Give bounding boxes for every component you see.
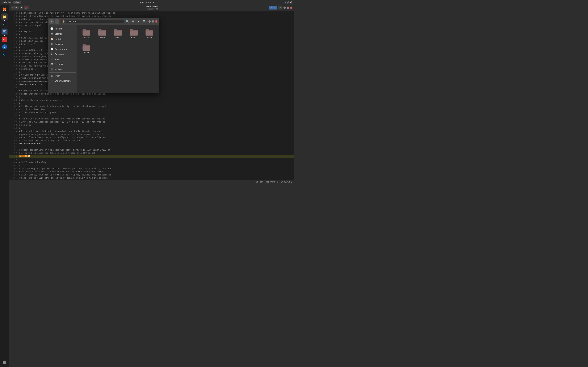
fm-view-dropdown[interactable]: ▾ — [136, 19, 141, 24]
line-number: 102 — [11, 167, 17, 170]
fm-breadcrumb: 🏠 › works ▾ — [61, 20, 124, 23]
fm-folder-icon-6384 — [82, 43, 91, 51]
dock-icon-terminal[interactable]: $_ — [1, 51, 8, 58]
fm-menu-button[interactable]: ☰ — [142, 19, 147, 24]
line-content: # Each address can be prefixed by "-", w… — [19, 11, 115, 15]
dock-icon-files[interactable]: 📁 — [1, 13, 8, 20]
line-number: 52 — [11, 11, 17, 15]
fm-close-button[interactable] — [155, 20, 157, 23]
code-line-84: 84# 2) No password is configured. — [9, 111, 294, 114]
code-line-90: 90# By default protected mode is enabled… — [9, 130, 294, 133]
code-line-104: 104# will silently truncate it to the va… — [9, 173, 294, 176]
fm-sidebar-separator — [49, 72, 76, 73]
fm-breadcrumb-works[interactable]: works — [68, 20, 74, 23]
code-line-106: 106# in order to get the desired effect. — [9, 180, 294, 180]
fm-sidebar-item-documents[interactable]: 📄Documents — [48, 47, 77, 51]
line-number: 76 — [11, 86, 17, 89]
fm-folder-6380[interactable]: 6380 — [96, 27, 109, 40]
tabwidth[interactable]: Tab Width: 8 — [266, 181, 278, 183]
fm-minimize-button[interactable] — [148, 20, 151, 23]
fm-sidebar-label-music: Music — [55, 58, 61, 60]
fm-view-button[interactable]: ⊞ — [131, 19, 135, 24]
line-number: 65 — [11, 52, 17, 55]
fm-forward-button[interactable]: › — [55, 19, 59, 24]
line-content: # IPv4 and IPv6 loopback addresses 127.0… — [19, 120, 105, 124]
activities-label[interactable]: Activities — [2, 1, 11, 4]
fm-sidebar-label-recent: Recent — [55, 27, 62, 30]
fm-sidebar-icon-downloads: ⬇ — [50, 53, 53, 56]
line-content: # — [19, 164, 20, 167]
fm-sidebar-item-other-locations[interactable]: +Other Locations — [48, 78, 77, 83]
dock-icon-terminal-black[interactable]: ▮ — [1, 21, 8, 27]
fm-sidebar-icon-home: 🏠 — [50, 37, 53, 40]
code-line-81: 81# — [9, 102, 294, 105]
fm-breadcrumb-sep: › — [66, 20, 67, 23]
fm-sidebar-item-downloads[interactable]: ⬇Downloads — [48, 52, 77, 57]
maximize-button[interactable] — [287, 7, 289, 9]
line-number: 83 — [11, 108, 17, 111]
line-content: # — [19, 33, 20, 36]
line-number: 89 — [11, 127, 17, 130]
fm-sidebar-item-music[interactable]: ♪Music — [48, 57, 77, 62]
file-manager: ‹ › 🏠 › works ▾ 🔍 ⊞ ▾ ☰ 🕐Recent★Starred🏠… — [48, 18, 159, 93]
line-content: # are explicitly listed using the "bind"… — [19, 139, 82, 142]
dock-icon-firefox[interactable]: 🦊 — [1, 6, 8, 12]
fm-folder-6383[interactable]: 6383 — [143, 27, 156, 40]
hamburger-button[interactable]: ☰ — [278, 6, 283, 9]
line-number: 103 — [11, 170, 17, 173]
topbar-right: ⊞ 🔊 ⏻ — [285, 1, 292, 4]
line-number: 56 — [11, 24, 17, 27]
dock-icon-help[interactable]: ? — [1, 44, 8, 50]
close-button[interactable] — [290, 7, 292, 9]
fm-folder-6381[interactable]: 6381 — [111, 27, 124, 40]
code-line-88: 88# sockets. — [9, 124, 294, 127]
fm-sidebar-icon-pictures: 🖼 — [50, 63, 53, 66]
fm-sidebar-item-videos[interactable]: 🎬Videos — [48, 67, 77, 72]
code-line-97: 97# If port 0 is specified Redis will no… — [9, 151, 294, 155]
fm-sidebar-item-desktop[interactable]: 🖥Desktop — [48, 42, 77, 46]
fm-breadcrumb-dropdown[interactable]: ▾ — [75, 20, 76, 23]
fm-folder-6379[interactable]: 6379 — [80, 27, 93, 40]
line-content: # — [19, 127, 20, 130]
files-menu[interactable]: Files — [13, 1, 21, 4]
editor-subtitle: ~/works/6384 — [145, 8, 158, 10]
dock-icon-software[interactable]: 🛍 — [1, 36, 8, 43]
line-number: 66 — [11, 55, 17, 58]
line-number: 99 — [11, 158, 17, 161]
fm-folder-6384[interactable]: 6384 — [80, 42, 93, 55]
fm-sidebar-item-recent[interactable]: 🕐Recent — [48, 26, 77, 31]
fm-home-icon[interactable]: 🏠 — [62, 20, 65, 23]
svg-rect-3 — [3, 31, 6, 31]
editor-toolbar-left: Open ▾ 📌 — [11, 6, 29, 9]
pin-button[interactable]: 📌 — [24, 6, 29, 9]
code-line-91: 91# you are sure you want clients from o… — [9, 133, 294, 136]
line-number: 53 — [11, 15, 17, 18]
fm-folder-6382[interactable]: 6382 — [127, 27, 140, 40]
fm-sidebar-label-other-locations: Other Locations — [55, 80, 71, 82]
system-icons[interactable]: ⊞ 🔊 ⏻ — [285, 1, 292, 4]
fm-sidebar-item-home[interactable]: 🏠Home — [48, 36, 77, 41]
line-content: # — [19, 71, 20, 74]
editor-toolbar-right: Save ☰ — [269, 6, 292, 9]
open-dropdown[interactable]: ▾ — [20, 6, 23, 9]
fm-sidebar-item-pictures[interactable]: 🖼Pictures — [48, 62, 77, 67]
line-content: protected-mode yes — [19, 142, 41, 145]
fm-maximize-button[interactable] — [152, 20, 154, 23]
fm-search-button[interactable]: 🔍 — [125, 19, 130, 24]
line-content: # you are sure you want clients from oth… — [19, 133, 103, 136]
line-number: 62 — [11, 43, 17, 46]
line-content: # When protected mode is on and if: — [19, 99, 62, 102]
fm-back-button[interactable]: ‹ — [49, 19, 54, 24]
line-content: # 2) No password is configured. — [19, 111, 57, 114]
open-button[interactable]: Open — [11, 6, 19, 9]
fm-sidebar-item-starred[interactable]: ★Starred — [48, 31, 77, 36]
line-number: 96 — [11, 149, 17, 151]
fm-sidebar-icon-starred: ★ — [50, 32, 53, 35]
dock-icon-gedit[interactable] — [1, 28, 8, 35]
line-content: port 6384 — [19, 155, 30, 158]
fm-folder-name-6382: 6382 — [131, 37, 136, 39]
filetype[interactable]: Plain Text — [254, 181, 263, 183]
fm-sidebar-item-trash[interactable]: 🗑Trash — [48, 73, 77, 78]
minimize-button[interactable] — [284, 7, 286, 9]
save-button[interactable]: Save — [269, 6, 277, 9]
